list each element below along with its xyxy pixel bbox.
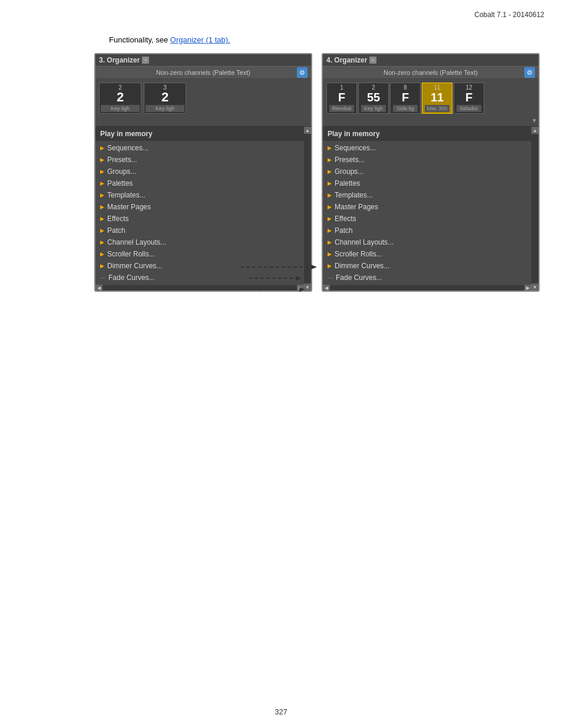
right-h-scrollbar[interactable]: ◀ ▶	[323, 285, 531, 291]
right-organizer-panel: 4. Organizer × Non-zero channels (Palett…	[322, 53, 540, 292]
panels-container: 3. Organizer × Non-zero channels (Palett…	[94, 53, 554, 292]
right-panel-subtitle: Non-zero channels (Palette Text)	[384, 69, 478, 76]
left-play-memory-label: Play in memory	[100, 130, 153, 138]
right-menu-arrow-templates: ▶	[328, 192, 332, 198]
left-menu-text-presets: Presets...	[107, 156, 137, 164]
left-menu-item-presets[interactable]: ▶ Presets...	[95, 154, 304, 166]
right-panel-gear-button[interactable]: ⚙	[524, 67, 535, 78]
right-channel-num-5: 12	[457, 84, 481, 91]
right-menu-item-patch[interactable]: ▶ Patch	[323, 225, 531, 236]
page-number: 327	[275, 707, 287, 716]
right-menu-arrow-palettes: ▶	[328, 180, 332, 186]
right-play-memory-label: Play in memory	[328, 130, 380, 138]
right-channel-item-5[interactable]: 12 F Selador	[454, 83, 484, 114]
left-menu-text-groups: Groups...	[107, 167, 136, 176]
left-menu-text-dimmer-curves: Dimmer Curves...	[107, 262, 162, 270]
right-v-scrollbar[interactable]: ▲ ▼	[531, 127, 538, 291]
left-menu-item-fade-curves[interactable]: — Fade Curves...	[95, 272, 304, 284]
right-menu-text-palettes: Palettes	[335, 179, 360, 187]
right-channel-num-3: 8	[393, 84, 418, 91]
left-menu-text-effects: Effects	[107, 215, 128, 223]
left-channel-val-2: 2	[146, 91, 184, 104]
right-channel-item-1[interactable]: 1 F Revoluti	[326, 83, 357, 114]
left-channel-val-1: 2	[101, 91, 140, 104]
left-scroll-up-btn[interactable]: ▲	[304, 127, 311, 134]
right-menu-arrow-channel-layouts: ▶	[328, 239, 332, 245]
right-scroll-down-btn[interactable]: ▼	[531, 284, 538, 291]
right-channels-scroll-down[interactable]: ▼	[531, 117, 537, 124]
right-channel-num-2: 2	[361, 84, 386, 91]
left-menu-arrow-dimmer-curves: ▶	[100, 263, 104, 269]
right-menu-item-templates[interactable]: ▶ Templates...	[323, 189, 531, 201]
left-menu-text-palettes: Palettes	[107, 179, 133, 187]
left-channels-grid: 2 2 Key ligh 3 2 Key ligh	[99, 83, 308, 114]
left-menu-text-templates: Templates...	[107, 191, 146, 199]
right-channel-val-3: F	[393, 91, 418, 104]
right-menu-text-patch: Patch	[335, 226, 353, 235]
left-h-scroll-right-btn[interactable]: ▶	[297, 285, 304, 291]
left-h-scroll-left-btn[interactable]: ◀	[95, 285, 103, 291]
right-h-scroll-right-btn[interactable]: ▶	[524, 285, 531, 291]
left-channel-item-2[interactable]: 3 2 Key ligh	[144, 83, 186, 114]
left-play-memory-header: Play in memory	[95, 127, 304, 141]
left-menu-text-master-pages: Master Pages	[107, 203, 151, 211]
right-play-memory-header: Play in memory	[323, 127, 531, 141]
right-menu-arrow-groups: ▶	[328, 169, 332, 174]
right-channel-label-2: Key ligh	[361, 105, 386, 112]
left-h-scrollbar[interactable]: ◀ ▶	[95, 285, 304, 291]
right-channel-val-2: 55	[361, 91, 386, 104]
right-channel-item-4[interactable]: 11 11 Mac 300	[422, 83, 452, 114]
right-menu-item-effects[interactable]: ▶ Effects	[323, 213, 531, 225]
right-channel-item-3[interactable]: 8 F Side lig	[390, 83, 421, 114]
right-channel-item-2[interactable]: 2 55 Key ligh	[358, 83, 389, 114]
right-menu-item-channel-layouts[interactable]: ▶ Channel Layouts...	[323, 236, 531, 248]
right-channel-label-1: Revoluti	[329, 105, 354, 112]
left-menu-arrow-sequences: ▶	[100, 145, 104, 151]
left-scroll-down-btn[interactable]: ▼	[304, 284, 311, 291]
right-panel-close-button[interactable]: ×	[369, 57, 376, 64]
left-menu-item-scroller-rolls[interactable]: ▶ Scroller Rolls...	[95, 248, 304, 260]
right-menu-item-fade-curves[interactable]: — Fade Curves...	[323, 272, 531, 284]
right-scroll-up-btn[interactable]: ▲	[531, 127, 538, 134]
right-menu-item-scroller-rolls[interactable]: ▶ Scroller Rolls...	[323, 248, 531, 260]
right-channel-num-4: 11	[425, 84, 449, 91]
left-panel-close-button[interactable]: ×	[142, 57, 149, 64]
right-menu-arrow-sequences: ▶	[328, 145, 332, 151]
left-menu-item-groups[interactable]: ▶ Groups...	[95, 166, 304, 177]
right-menu-item-groups[interactable]: ▶ Groups...	[323, 166, 531, 177]
left-menu-arrow-master-pages: ▶	[100, 204, 104, 210]
left-menu-arrow-groups: ▶	[100, 169, 104, 174]
right-menu-item-sequences[interactable]: ▶ Sequences...	[323, 142, 531, 154]
right-panel-titlebar: 4. Organizer ×	[323, 54, 538, 67]
left-menu-item-patch[interactable]: ▶ Patch	[95, 225, 304, 236]
left-panel-gear-button[interactable]: ⚙	[297, 67, 308, 78]
right-menu-item-palettes[interactable]: ▶ Palettes	[323, 177, 531, 189]
left-channels-area: 2 2 Key ligh 3 2 Key ligh	[95, 79, 311, 126]
organizer-link[interactable]: Organizer (1 tab).	[170, 35, 230, 44]
left-play-memory-section: ▲ ▼ Play in memory ▶ Sequences... ▶ Pres…	[95, 126, 311, 291]
left-menu-item-effects[interactable]: ▶ Effects	[95, 213, 304, 225]
left-menu-item-palettes[interactable]: ▶ Palettes	[95, 177, 304, 189]
right-menu-item-master-pages[interactable]: ▶ Master Pages	[323, 201, 531, 213]
left-v-scrollbar[interactable]: ▲ ▼	[304, 127, 311, 291]
left-menu-text-channel-layouts: Channel Layouts...	[107, 238, 166, 246]
left-channel-item-1[interactable]: 2 2 Key ligh	[99, 83, 141, 114]
left-panel-title: 3. Organizer	[99, 56, 140, 64]
right-channel-num-1: 1	[329, 84, 354, 91]
left-menu-item-master-pages[interactable]: ▶ Master Pages	[95, 201, 304, 213]
right-menu-text-channel-layouts: Channel Layouts...	[335, 238, 394, 246]
left-menu-item-sequences[interactable]: ▶ Sequences...	[95, 142, 304, 154]
left-panel-subtitle-bar: Non-zero channels (Palette Text) ⚙	[95, 67, 311, 79]
right-channel-label-5: Selador	[457, 105, 481, 112]
left-menu-arrow-channel-layouts: ▶	[100, 239, 104, 245]
right-menu-text-sequences: Sequences...	[335, 144, 376, 152]
left-scroll-track	[304, 134, 311, 284]
right-h-scroll-left-btn[interactable]: ◀	[323, 285, 330, 291]
right-menu-item-presets[interactable]: ▶ Presets...	[323, 154, 531, 166]
right-menu-item-dimmer-curves[interactable]: ▶ Dimmer Curves...	[323, 260, 531, 272]
left-menu-item-templates[interactable]: ▶ Templates...	[95, 189, 304, 201]
left-menu-item-dimmer-curves[interactable]: ▶ Dimmer Curves...	[95, 260, 304, 272]
right-panel-title: 4. Organizer	[326, 56, 367, 64]
right-menu-text-fade-curves: Fade Curves...	[336, 274, 382, 282]
left-menu-item-channel-layouts[interactable]: ▶ Channel Layouts...	[95, 236, 304, 248]
